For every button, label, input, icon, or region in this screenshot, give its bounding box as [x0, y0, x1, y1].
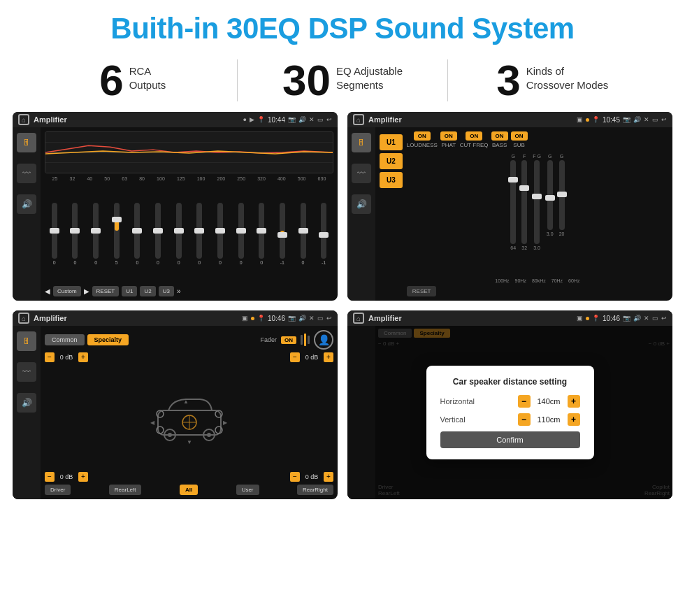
fader-bar-2 — [304, 334, 306, 346]
amp-cutfreq-btn[interactable]: ON — [466, 131, 482, 141]
eq-u2-button[interactable]: U2 — [140, 286, 155, 296]
dialog-vertical-minus[interactable]: − — [518, 413, 531, 426]
amp-track-sub[interactable] — [559, 160, 565, 230]
vol-icon-amp: 🔊 — [633, 116, 641, 123]
amp-phat-btn[interactable]: ON — [440, 131, 457, 141]
status-bar-cross: Amplifier ▣ 📍 10:46 📷 🔊 ✕ ▭ ↩ — [13, 310, 338, 326]
eq-track-12[interactable] — [280, 203, 285, 259]
eq-track-6[interactable] — [155, 203, 161, 259]
amp-thumb-f[interactable] — [519, 185, 529, 191]
eq-track-10[interactable] — [238, 203, 244, 259]
eq-track-14[interactable] — [321, 203, 326, 259]
eq-thumb-13[interactable] — [298, 228, 308, 234]
dialog-horizontal-plus[interactable]: + — [568, 395, 580, 408]
eq-thumb-3[interactable] — [91, 228, 101, 234]
cross-minus-3[interactable]: − — [45, 472, 55, 482]
cross-rearright-btn[interactable]: RearRight — [297, 485, 333, 495]
status-time-dialog: 10:46 — [603, 315, 620, 322]
eq-thumb-7[interactable] — [174, 228, 184, 234]
cross-tab-specialty[interactable]: Specialty — [87, 334, 129, 345]
home-icon-dialog[interactable] — [353, 313, 364, 324]
amp-u3-button[interactable]: U3 — [380, 172, 403, 188]
amp-bass-btn[interactable]: ON — [491, 131, 508, 141]
stat-eq-number: 30 — [282, 59, 331, 102]
cross-plus-3[interactable]: + — [78, 472, 88, 482]
amp-reset-button[interactable]: RESET — [407, 286, 437, 296]
amp-track-fg[interactable] — [534, 160, 540, 244]
amp-thumb-fg[interactable] — [532, 194, 542, 199]
eq-u1-button[interactable]: U1 — [122, 286, 137, 296]
cross-user-btn[interactable]: User — [236, 485, 259, 495]
eq-track-8[interactable] — [196, 203, 202, 259]
eq-thumb-4[interactable] — [112, 217, 122, 222]
cross-icon-wave[interactable]: 〰 — [17, 362, 36, 382]
eq-track-5[interactable] — [134, 203, 140, 259]
amp-track-f[interactable] — [521, 160, 527, 244]
home-icon-amp[interactable] — [353, 114, 364, 125]
cross-plus-2[interactable]: + — [324, 352, 333, 362]
screen-amp-title: Amplifier — [368, 115, 572, 124]
cross-plus-1[interactable]: + — [78, 352, 88, 362]
eq-track-3[interactable] — [93, 203, 99, 259]
cross-driver-btn[interactable]: Driver — [45, 485, 71, 495]
cross-icon-speaker[interactable]: 🔊 — [17, 393, 36, 413]
eq-thumb-12[interactable] — [277, 232, 287, 238]
eq-expand-button[interactable]: » — [177, 287, 181, 295]
cross-minus-4[interactable]: − — [290, 472, 300, 482]
cross-tab-common[interactable]: Common — [45, 334, 85, 345]
status-time-cross: 10:46 — [268, 315, 285, 322]
eq-thumb-8[interactable] — [194, 228, 204, 234]
eq-thumb-10[interactable] — [236, 228, 246, 234]
amp-slider-bass: G 3.0 — [547, 154, 554, 236]
eq-track-9[interactable] — [217, 203, 223, 259]
amp-cutfreq-col: ON CUT FREQ — [460, 131, 489, 148]
amp-track-g[interactable] — [510, 160, 516, 244]
eq-thumb-6[interactable] — [153, 228, 163, 234]
cross-minus-2[interactable]: − — [290, 352, 300, 362]
cross-plus-4[interactable]: + — [324, 472, 333, 482]
cross-rearleft-btn[interactable]: RearLeft — [109, 485, 142, 495]
eq-custom-button[interactable]: Custom — [53, 286, 81, 296]
eq-track-1[interactable] — [52, 203, 57, 259]
eq-slider-14: -1 — [314, 203, 333, 265]
eq-thumb-14[interactable] — [319, 232, 329, 238]
dialog-vertical-label: Vertical — [440, 415, 466, 424]
eq-thumb-1[interactable] — [50, 228, 59, 234]
eq-track-2[interactable] — [72, 203, 78, 259]
eq-prev-button[interactable]: ◀ — [45, 287, 50, 295]
amp-thumb-g[interactable] — [508, 177, 518, 182]
cross-all-btn[interactable]: All — [180, 485, 198, 495]
eq-track-4[interactable] — [114, 203, 120, 259]
amp-loudness-btn[interactable]: ON — [414, 131, 431, 141]
home-icon-eq[interactable] — [18, 114, 29, 125]
amp-icon-tune[interactable]: 🎚 — [352, 133, 371, 152]
cross-icon-tune[interactable]: 🎚 — [17, 331, 36, 351]
eq-u3-button[interactable]: U3 — [159, 286, 174, 296]
amp-thumb-bass[interactable] — [545, 195, 555, 201]
amp-thumb-sub[interactable] — [557, 192, 567, 197]
amp-track-bass[interactable] — [547, 160, 553, 230]
amp-icon-speaker[interactable]: 🔊 — [352, 194, 371, 214]
status-time-amp: 10:45 — [603, 116, 620, 124]
dialog-confirm-button[interactable]: Confirm — [440, 431, 580, 448]
eq-thumb-11[interactable] — [257, 228, 266, 234]
eq-icon-tune[interactable]: 🎚 — [17, 133, 36, 152]
cross-minus-1[interactable]: − — [45, 352, 55, 362]
eq-thumb-5[interactable] — [132, 228, 142, 234]
eq-thumb-2[interactable] — [70, 228, 80, 234]
amp-icon-wave[interactable]: 〰 — [352, 164, 371, 183]
amp-sub-btn[interactable]: ON — [511, 131, 528, 141]
eq-icon-speaker[interactable]: 🔊 — [17, 194, 36, 214]
amp-u2-button[interactable]: U2 — [380, 153, 403, 169]
eq-icon-wave[interactable]: 〰 — [17, 164, 36, 183]
eq-next-button[interactable]: ▶ — [84, 287, 89, 295]
dialog-vertical-plus[interactable]: + — [568, 413, 580, 426]
eq-track-7[interactable] — [176, 203, 182, 259]
eq-track-13[interactable] — [301, 203, 306, 259]
dialog-horizontal-minus[interactable]: − — [518, 395, 531, 408]
amp-u1-button[interactable]: U1 — [380, 134, 403, 150]
eq-thumb-9[interactable] — [215, 228, 225, 234]
eq-reset-button[interactable]: RESET — [92, 286, 120, 296]
home-icon-cross[interactable] — [18, 313, 29, 324]
eq-track-11[interactable] — [259, 203, 264, 259]
